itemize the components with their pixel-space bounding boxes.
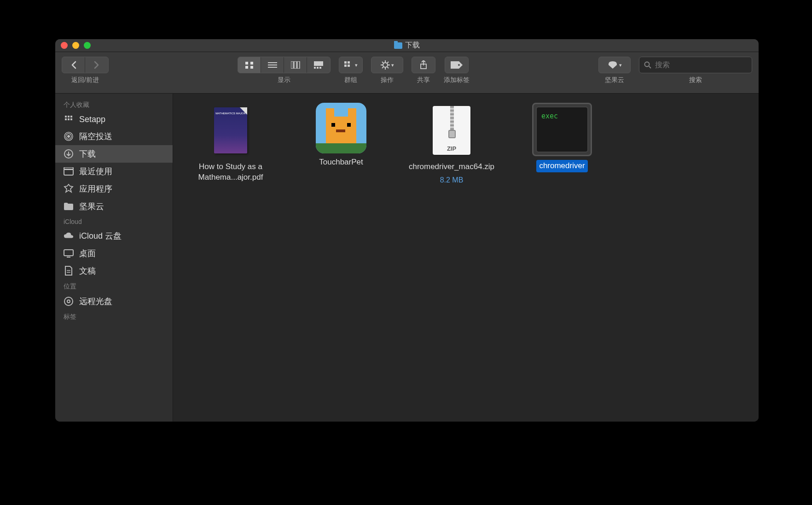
svg-rect-14 [344,61,347,64]
sidebar-section-head: iCloud [55,215,173,227]
nav-group: 返回/前进 [62,57,109,84]
svg-rect-3 [250,66,253,69]
svg-line-24 [387,67,389,68]
icon-view-button[interactable] [238,57,261,73]
window-title: 下载 [394,41,420,50]
svg-rect-34 [70,116,72,117]
sidebar-item-label: iCloud 云盘 [79,230,122,241]
disc-icon [64,296,74,306]
traffic-lights [61,42,91,49]
search-icon [644,61,651,69]
svg-line-25 [382,67,383,68]
sidebar-item-桌面[interactable]: 桌面 [55,245,173,262]
content-area[interactable]: MATHEMATICS MAJORHow to Study as a Mathe… [173,94,759,422]
file-item[interactable]: MATHEMATICS MAJORHow to Study as a Mathe… [187,103,274,184]
desktop-icon [64,248,74,258]
file-item[interactable]: execchromedriver [518,103,606,184]
svg-rect-8 [294,61,296,69]
sidebar-item-label: 应用程序 [79,183,112,194]
svg-rect-35 [65,118,67,120]
sidebar-item-远程光盘[interactable]: 远程光盘 [55,293,173,310]
svg-rect-12 [317,67,319,69]
svg-rect-44 [64,167,73,170]
maximize-button[interactable] [84,42,91,49]
svg-rect-2 [245,66,248,69]
cloud-icon [64,231,74,241]
file-size: 8.2 MB [440,176,464,184]
svg-rect-11 [314,67,316,69]
svg-rect-10 [314,61,323,66]
svg-point-50 [67,300,70,303]
titlebar[interactable]: 下载 [55,39,759,52]
sidebar-item-label: 坚果云 [79,201,104,212]
svg-rect-9 [297,61,300,69]
grid-icon [64,114,74,124]
tag-label: 添加标签 [444,76,470,84]
nutstore-button[interactable]: ▾ [598,57,631,73]
folder-icon [64,201,74,211]
sidebar-item-下载[interactable]: 下载 [55,145,173,163]
file-thumbnail: exec [532,103,592,156]
svg-point-18 [383,63,388,67]
view-label: 显示 [278,76,290,84]
svg-rect-5 [268,65,277,65]
title-text: 下载 [405,41,420,50]
group-button[interactable]: ▾ [339,57,363,73]
column-view-button[interactable] [284,57,307,73]
file-item[interactable]: TouchbarPet [297,103,385,184]
back-button[interactable] [62,57,85,73]
doc-icon [64,266,74,276]
sidebar-item-label: 下载 [79,148,96,159]
svg-point-29 [458,64,460,66]
sidebar-section-head: 位置 [55,280,173,293]
close-button[interactable] [61,42,68,49]
action-label: 操作 [381,76,394,84]
forward-button[interactable] [85,57,108,73]
nutstore-group: ▾ 坚果云 [598,57,631,84]
search-input[interactable] [655,61,747,69]
toolbar: 返回/前进 显示 ▾ [55,52,759,94]
sidebar-item-label: 桌面 [79,248,96,259]
svg-rect-13 [319,67,321,69]
sidebar-item-隔空投送[interactable]: 隔空投送 [55,128,173,145]
svg-rect-7 [291,61,293,69]
gallery-view-button[interactable] [307,57,330,73]
action-group: ▾ 操作 [371,57,403,84]
svg-point-49 [64,297,73,305]
sidebar-item-iCloud 云盘[interactable]: iCloud 云盘 [55,227,173,245]
action-button[interactable]: ▾ [371,57,403,73]
share-group: 共享 [412,57,435,84]
tag-button[interactable] [445,57,469,73]
sidebar-item-label: 最近使用 [79,166,112,177]
sidebar-item-坚果云[interactable]: 坚果云 [55,198,173,215]
search-label: 搜索 [689,76,702,84]
body: 个人收藏Setapp隔空投送下载最近使用应用程序坚果云iCloudiCloud … [55,94,759,422]
list-view-button[interactable] [261,57,284,73]
sidebar-item-应用程序[interactable]: 应用程序 [55,180,173,198]
finder-window: 下载 返回/前进 [55,39,759,422]
search-field[interactable] [639,57,752,73]
sidebar-item-最近使用[interactable]: 最近使用 [55,163,173,180]
svg-rect-1 [250,62,253,65]
group-label: 群组 [344,76,357,84]
file-item[interactable]: ZIPchromedriver_mac64.zip8.2 MB [408,103,495,184]
file-label: TouchbarPet [319,157,363,168]
svg-point-38 [67,135,70,138]
minimize-button[interactable] [72,42,79,49]
svg-rect-6 [268,67,277,68]
group-group: ▾ 群组 [339,57,363,84]
file-label: chromedriver [536,160,587,172]
svg-rect-4 [268,62,277,63]
svg-line-26 [387,62,389,63]
sidebar-item-文稿[interactable]: 文稿 [55,262,173,280]
file-label: chromedriver_mac64.zip [409,162,494,172]
download-icon [64,149,74,159]
share-label: 共享 [417,76,430,84]
sidebar-item-Setapp[interactable]: Setapp [55,111,173,128]
tag-group: 添加标签 [444,57,470,84]
share-button[interactable] [412,57,435,73]
file-thumbnail [316,103,366,153]
svg-rect-37 [70,118,72,120]
sidebar-section-head: 个人收藏 [55,98,173,111]
file-label: How to Study as a Mathema...ajor.pdf [187,162,274,183]
